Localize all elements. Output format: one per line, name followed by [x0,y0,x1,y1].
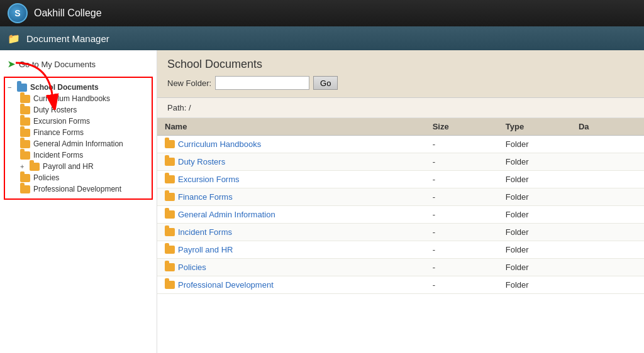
main-layout: ➤ Go to My Documents − School Documents … [0,50,644,353]
sidebar-item-incident-forms[interactable]: Incident Forms [20,149,149,161]
col-header-name: Name [157,118,425,136]
cell-size-7: - [425,259,498,276]
tree-children: Curriculum Handbooks Duty Rosters Excurs… [8,93,149,195]
cell-size-8: - [425,276,498,294]
sidebar: ➤ Go to My Documents − School Documents … [0,50,157,353]
cell-type-3: Folder [498,188,571,206]
cell-date-1 [571,153,644,171]
path-row: Path: / [157,98,644,118]
file-link-3[interactable]: Finance Forms [165,192,418,202]
cell-date-4 [571,206,644,224]
new-folder-label: New Folder: [167,79,211,88]
content-title: School Documents [167,58,634,71]
cell-name-1: Duty Rosters [157,153,425,171]
table-row: Professional Development - Folder [157,276,644,294]
table-row: Incident Forms - Folder [157,224,644,241]
sidebar-item-excursion-forms[interactable]: Excursion Forms [20,116,149,127]
folder-icon-incident [20,151,30,160]
table-row: Curriculum Handbooks - Folder [157,136,644,153]
file-link-0[interactable]: Curriculum Handbooks [165,139,418,149]
app-logo: S [8,3,28,23]
cell-name-2: Excursion Forms [157,171,425,188]
sub-header: 📁 Document Manager [0,26,644,50]
sidebar-item-professional-development[interactable]: Professional Development [20,183,149,195]
file-link-2[interactable]: Excursion Forms [165,175,418,184]
cell-name-3: Finance Forms [157,188,425,206]
folder-icon-root [17,84,27,92]
file-link-6[interactable]: Payroll and HR [165,245,418,254]
cell-size-6: - [425,241,498,259]
file-link-7[interactable]: Policies [165,263,418,272]
file-link-5[interactable]: Incident Forms [165,227,418,237]
content-header: School Documents New Folder: Go [157,50,644,98]
cell-name-8: Professional Development [157,276,425,294]
cell-date-2 [571,171,644,188]
file-link-8[interactable]: Professional Development [165,280,418,290]
sidebar-tree: − School Documents Curriculum Handbooks … [4,77,153,200]
folder-icon-professional [20,185,30,193]
cell-size-3: - [425,188,498,206]
cell-type-8: Folder [498,276,571,294]
cell-date-6 [571,241,644,259]
table-row: Duty Rosters - Folder [157,153,644,171]
cell-date-8 [571,276,644,294]
go-to-my-documents-label: Go to My Documents [19,60,96,69]
cell-type-4: Folder [498,206,571,224]
top-header: S Oakhill College [0,0,644,26]
folder-icon-general-admin [20,140,30,148]
cell-type-7: Folder [498,259,571,276]
cell-name-7: Policies [157,259,425,276]
file-link-4[interactable]: General Admin Information [165,210,418,219]
sub-header-title: Document Manager [26,33,109,44]
table-header-row: Name Size Type Da [157,118,644,136]
folder-icon-excursion [20,117,30,126]
cell-name-4: General Admin Information [157,206,425,224]
folder-icon-curriculum [20,95,30,103]
tree-root-school-documents[interactable]: − School Documents [8,82,149,93]
cell-date-7 [571,259,644,276]
go-button[interactable]: Go [313,76,338,90]
new-folder-row: New Folder: Go [167,76,634,90]
sidebar-item-duty-rosters[interactable]: Duty Rosters [20,104,149,116]
folder-icon-payroll [30,163,40,171]
col-header-size: Size [425,118,498,136]
document-manager-icon: 📁 [8,33,20,45]
payroll-toggle[interactable]: + [20,163,28,170]
cell-type-0: Folder [498,136,571,153]
cell-type-6: Folder [498,241,571,259]
cell-size-2: - [425,171,498,188]
sidebar-item-general-admin[interactable]: General Admin Information [20,138,149,149]
tree-root-toggle[interactable]: − [8,84,15,91]
green-arrow-icon: ➤ [8,59,15,69]
go-to-my-documents[interactable]: ➤ Go to My Documents [0,55,157,75]
table-row: Payroll and HR - Folder [157,241,644,259]
cell-size-4: - [425,206,498,224]
cell-date-3 [571,188,644,206]
app-title: Oakhill College [34,8,102,19]
sidebar-item-payroll-hr[interactable]: + Payroll and HR [20,161,149,172]
cell-size-0: - [425,136,498,153]
cell-size-5: - [425,224,498,241]
tree-root-label: School Documents [30,83,99,92]
cell-type-1: Folder [498,153,571,171]
folder-icon-policies [20,174,30,182]
cell-name-5: Incident Forms [157,224,425,241]
sidebar-item-curriculum-handbooks[interactable]: Curriculum Handbooks [20,93,149,104]
folder-icon-finance [20,129,30,137]
file-link-1[interactable]: Duty Rosters [165,157,418,166]
table-row: Excursion Forms - Folder [157,171,644,188]
new-folder-input[interactable] [215,76,309,90]
col-header-type: Type [498,118,571,136]
cell-date-5 [571,224,644,241]
cell-size-1: - [425,153,498,171]
cell-type-5: Folder [498,224,571,241]
table-row: Policies - Folder [157,259,644,276]
sidebar-item-finance-forms[interactable]: Finance Forms [20,127,149,138]
cell-name-6: Payroll and HR [157,241,425,259]
sidebar-item-policies[interactable]: Policies [20,172,149,183]
file-table: Name Size Type Da Curriculum Handbooks -… [157,118,644,294]
table-row: Finance Forms - Folder [157,188,644,206]
main-content: School Documents New Folder: Go Path: / … [157,50,644,353]
cell-type-2: Folder [498,171,571,188]
table-row: General Admin Information - Folder [157,206,644,224]
